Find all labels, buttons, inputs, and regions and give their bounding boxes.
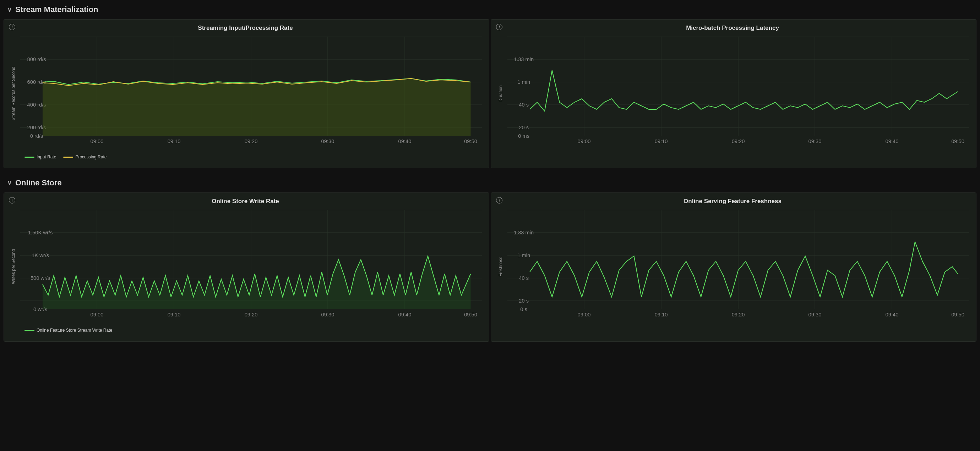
charts-grid-stream: i Streaming Input/Processing Rate Stream… <box>0 18 980 173</box>
svg-text:1.33 min: 1.33 min <box>514 56 534 62</box>
section-header-stream[interactable]: ∨ Stream Materialization <box>0 0 980 18</box>
svg-text:0 rd/s: 0 rd/s <box>30 133 43 139</box>
chart-title-3: Online Store Write Rate <box>9 198 482 205</box>
chart-title-2: Micro-batch Processing Latency <box>496 24 969 32</box>
svg-text:09:00: 09:00 <box>91 312 104 317</box>
svg-chart-3: 0 wr/s 500 wr/s 1K wr/s 1.50K wr/s 09:00… <box>20 210 482 324</box>
svg-chart-2: 0 ms 20 s 40 s 1 min 1.33 min 09:00 09:1… <box>508 37 969 150</box>
svg-text:09:20: 09:20 <box>245 139 258 144</box>
svg-text:09:20: 09:20 <box>732 312 745 317</box>
svg-text:20 s: 20 s <box>519 125 529 130</box>
legend-label-input: Input Rate <box>37 155 56 159</box>
chart-inner-4: 0 s 20 s 40 s 1 min 1.33 min 09:00 09:10… <box>508 210 969 324</box>
svg-text:09:00: 09:00 <box>91 139 104 144</box>
svg-text:09:30: 09:30 <box>321 139 334 144</box>
info-icon-3[interactable]: i <box>9 197 15 204</box>
svg-text:09:00: 09:00 <box>578 139 591 144</box>
svg-text:09:50: 09:50 <box>464 139 477 144</box>
svg-text:09:10: 09:10 <box>168 139 181 144</box>
legend-label-processing: Processing Rate <box>75 155 107 159</box>
svg-text:500 wr/s: 500 wr/s <box>30 275 50 281</box>
chevron-icon: ∨ <box>7 6 12 13</box>
svg-text:800 rd/s: 800 rd/s <box>27 56 46 62</box>
info-icon-1[interactable]: i <box>9 24 15 30</box>
legend-label-write: Online Feature Store Stream Write Rate <box>37 328 112 333</box>
svg-text:09:10: 09:10 <box>655 312 668 317</box>
chart-inner-2: 0 ms 20 s 40 s 1 min 1.33 min 09:00 09:1… <box>508 37 969 150</box>
legend-processing-rate: Processing Rate <box>63 155 107 159</box>
svg-text:09:10: 09:10 <box>168 312 181 317</box>
svg-text:1 min: 1 min <box>517 252 530 258</box>
chart-inner-3: 0 wr/s 500 wr/s 1K wr/s 1.50K wr/s 09:00… <box>20 210 482 324</box>
legend-line-yellow <box>63 156 73 158</box>
chart-streaming-input-processing: i Streaming Input/Processing Rate Stream… <box>3 19 489 168</box>
svg-text:09:50: 09:50 <box>951 312 964 317</box>
legend-line-green-3 <box>24 330 35 331</box>
chart-online-freshness: i Online Serving Feature Freshness Fresh… <box>491 193 977 342</box>
svg-text:1 min: 1 min <box>517 79 530 85</box>
y-axis-label-2: Duration <box>496 37 508 150</box>
svg-text:1.50K wr/s: 1.50K wr/s <box>28 230 52 236</box>
section-title-stream: Stream Materialization <box>15 5 99 14</box>
svg-text:09:50: 09:50 <box>951 139 964 144</box>
svg-text:09:30: 09:30 <box>808 312 822 317</box>
svg-text:0 s: 0 s <box>520 306 527 312</box>
svg-text:1K wr/s: 1K wr/s <box>32 252 49 258</box>
svg-chart-4: 0 s 20 s 40 s 1 min 1.33 min 09:00 09:10… <box>508 210 969 324</box>
y-axis-label-3: Writes per Second <box>9 210 20 324</box>
svg-chart-1: 0 rd/s 200 rd/s 400 rd/s 600 rd/s 800 rd… <box>20 37 482 150</box>
section-title-online: Online Store <box>15 178 62 188</box>
svg-text:09:30: 09:30 <box>808 139 822 144</box>
chart-title-4: Online Serving Feature Freshness <box>496 198 969 205</box>
info-icon-2[interactable]: i <box>496 24 503 30</box>
section-online-store: ∨ Online Store i Online Store Write Rate… <box>0 173 980 347</box>
svg-text:1.33 min: 1.33 min <box>514 230 534 236</box>
chart-online-write-rate: i Online Store Write Rate Writes per Sec… <box>3 193 489 342</box>
svg-text:09:00: 09:00 <box>578 312 591 317</box>
chart-body-3: Writes per Second <box>9 210 482 324</box>
chart-title-1: Streaming Input/Processing Rate <box>9 24 482 32</box>
y-axis-label-4: Freshness <box>496 210 508 324</box>
svg-text:0 ms: 0 ms <box>518 133 530 139</box>
legend-3: Online Feature Store Stream Write Rate <box>9 328 482 333</box>
svg-text:20 s: 20 s <box>519 298 529 304</box>
chart-microbatch-latency: i Micro-batch Processing Latency Duratio… <box>491 19 977 168</box>
chevron-icon-2: ∨ <box>7 179 12 187</box>
svg-text:40 s: 40 s <box>519 275 529 281</box>
svg-text:09:10: 09:10 <box>655 139 668 144</box>
svg-text:40 s: 40 s <box>519 102 529 108</box>
svg-text:09:30: 09:30 <box>321 312 334 317</box>
chart-inner-1: 0 rd/s 200 rd/s 400 rd/s 600 rd/s 800 rd… <box>20 37 482 150</box>
legend-line-green <box>24 156 35 158</box>
dashboard: ∨ Stream Materialization i Streaming Inp… <box>0 0 980 347</box>
charts-grid-online: i Online Store Write Rate Writes per Sec… <box>0 191 980 347</box>
y-axis-label-1: Stream Records per Second <box>9 37 20 150</box>
info-icon-4[interactable]: i <box>496 197 503 204</box>
chart-body-1: Stream Records per Second <box>9 37 482 150</box>
svg-text:09:40: 09:40 <box>398 139 412 144</box>
svg-text:09:40: 09:40 <box>398 312 412 317</box>
svg-text:09:50: 09:50 <box>464 312 477 317</box>
svg-text:09:40: 09:40 <box>886 139 899 144</box>
section-header-online[interactable]: ∨ Online Store <box>0 173 980 191</box>
section-stream-materialization: ∨ Stream Materialization i Streaming Inp… <box>0 0 980 173</box>
svg-text:09:40: 09:40 <box>886 312 899 317</box>
legend-1: Input Rate Processing Rate <box>9 155 482 159</box>
chart-body-4: Freshness <box>496 210 969 324</box>
chart-body-2: Duration <box>496 37 969 150</box>
legend-write-rate: Online Feature Store Stream Write Rate <box>24 328 112 333</box>
legend-input-rate: Input Rate <box>24 155 56 159</box>
svg-text:09:20: 09:20 <box>245 312 258 317</box>
svg-text:09:20: 09:20 <box>732 139 745 144</box>
